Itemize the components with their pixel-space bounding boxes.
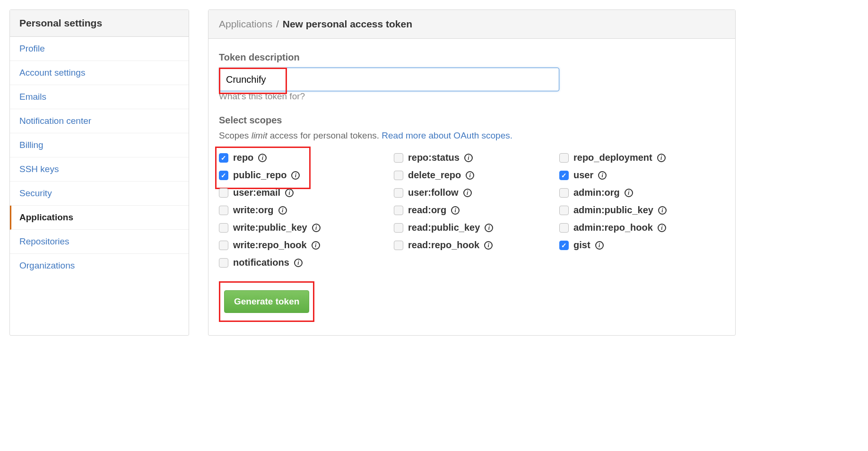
breadcrumb: Applications / New personal access token xyxy=(208,10,735,39)
info-icon[interactable]: i xyxy=(485,224,493,232)
sidebar-item-billing[interactable]: Billing xyxy=(10,133,189,157)
scope-label: notifications xyxy=(233,257,289,268)
scope-checkbox-repo[interactable] xyxy=(219,153,228,163)
scope-checkbox-read-repo-hook[interactable] xyxy=(394,241,403,250)
scope-read-public-key: read:public_keyi xyxy=(394,222,559,233)
info-icon[interactable]: i xyxy=(291,171,300,180)
sidebar-item-ssh-keys[interactable]: SSH keys xyxy=(10,157,189,182)
info-icon[interactable]: i xyxy=(658,206,667,215)
info-icon[interactable]: i xyxy=(598,171,607,180)
scope-checkbox-admin-repo-hook[interactable] xyxy=(559,223,569,233)
scope-checkbox-user-email[interactable] xyxy=(219,188,228,198)
scope-checkbox-notifications[interactable] xyxy=(219,258,228,268)
oauth-scopes-link[interactable]: Read more about OAuth scopes. xyxy=(382,130,512,140)
scope-checkbox-user[interactable] xyxy=(559,171,569,180)
sidebar-item-security[interactable]: Security xyxy=(10,182,189,206)
info-icon[interactable]: i xyxy=(658,224,666,232)
sidebar-item-notification-center[interactable]: Notification center xyxy=(10,109,189,133)
sidebar-item-applications[interactable]: Applications xyxy=(10,206,189,230)
scope-label: gist xyxy=(573,240,590,251)
scope-label: user xyxy=(573,170,593,181)
info-icon[interactable]: i xyxy=(466,171,474,180)
scope-read-repo-hook: read:repo_hooki xyxy=(394,240,559,251)
scope-repo-status: repo:statusi xyxy=(394,152,559,163)
scope-label: repo_deployment xyxy=(573,152,652,163)
sidebar-item-account-settings[interactable]: Account settings xyxy=(10,61,189,85)
scope-read-org: read:orgi xyxy=(394,205,559,216)
scope-checkbox-admin-public-key[interactable] xyxy=(559,206,569,215)
info-icon[interactable]: i xyxy=(484,241,493,250)
scope-checkbox-delete-repo[interactable] xyxy=(394,171,403,180)
scope-write-org: write:orgi xyxy=(219,205,394,216)
scope-checkbox-write-public-key[interactable] xyxy=(219,223,228,233)
scope-checkbox-repo-deployment[interactable] xyxy=(559,153,569,163)
scope-checkbox-repo-status[interactable] xyxy=(394,153,403,163)
info-icon[interactable]: i xyxy=(463,189,472,197)
scope-label: repo xyxy=(233,152,253,163)
scope-admin-public-key: admin:public_keyi xyxy=(559,205,725,216)
sidebar-item-repositories[interactable]: Repositories xyxy=(10,230,189,254)
highlight-annotation: Generate token xyxy=(219,281,314,322)
sidebar-item-organizations[interactable]: Organizations xyxy=(10,254,189,278)
scope-write-repo-hook: write:repo_hooki xyxy=(219,240,394,251)
info-icon[interactable]: i xyxy=(595,241,604,250)
token-description-input[interactable] xyxy=(219,68,559,91)
scope-checkbox-public-repo[interactable] xyxy=(219,171,228,180)
scope-label: admin:repo_hook xyxy=(573,222,653,233)
info-icon[interactable]: i xyxy=(464,154,473,162)
scope-checkbox-gist[interactable] xyxy=(559,241,569,250)
scope-gist: gisti xyxy=(559,240,725,251)
info-icon[interactable]: i xyxy=(278,206,287,215)
scope-write-public-key: write:public_keyi xyxy=(219,222,394,233)
scope-label: admin:public_key xyxy=(573,205,653,216)
info-icon[interactable]: i xyxy=(312,224,321,232)
scope-admin-org: admin:orgi xyxy=(559,187,725,198)
breadcrumb-separator: / xyxy=(276,18,279,29)
sidebar: Personal settings ProfileAccount setting… xyxy=(9,9,189,336)
scope-label: delete_repo xyxy=(408,170,461,181)
scope-label: repo:status xyxy=(408,152,460,163)
scope-label: admin:org xyxy=(573,187,620,198)
select-scopes-label: Select scopes xyxy=(219,115,725,126)
scope-admin-repo-hook: admin:repo_hooki xyxy=(559,222,725,233)
token-description-label: Token description xyxy=(219,52,725,63)
token-help-text: What's this token for? xyxy=(219,91,725,102)
scope-user: useri xyxy=(559,170,725,181)
scope-label: write:org xyxy=(233,205,274,216)
scope-repo-deployment: repo_deploymenti xyxy=(559,152,725,163)
info-icon[interactable]: i xyxy=(294,259,303,267)
info-icon[interactable]: i xyxy=(312,241,320,250)
scope-delete-repo: delete_repoi xyxy=(394,170,559,181)
scope-checkbox-user-follow[interactable] xyxy=(394,188,403,198)
scope-user-follow: user:followi xyxy=(394,187,559,198)
scope-public-repo: public_repoi xyxy=(219,170,394,181)
scope-label: public_repo xyxy=(233,170,286,181)
info-icon[interactable]: i xyxy=(258,154,267,162)
breadcrumb-parent[interactable]: Applications xyxy=(219,18,272,29)
scope-checkbox-write-repo-hook[interactable] xyxy=(219,241,228,250)
scope-checkbox-write-org[interactable] xyxy=(219,206,228,215)
scope-label: write:public_key xyxy=(233,222,307,233)
info-icon[interactable]: i xyxy=(625,189,633,197)
info-icon[interactable]: i xyxy=(657,154,666,162)
scope-notifications: notificationsi xyxy=(219,257,394,268)
sidebar-item-profile[interactable]: Profile xyxy=(10,37,189,61)
sidebar-header: Personal settings xyxy=(10,10,189,37)
info-icon[interactable]: i xyxy=(451,206,460,215)
scope-label: user:email xyxy=(233,187,280,198)
scope-checkbox-admin-org[interactable] xyxy=(559,188,569,198)
scope-label: write:repo_hook xyxy=(233,240,307,251)
scope-checkbox-read-org[interactable] xyxy=(394,206,403,215)
scope-repo: repoi xyxy=(219,152,394,163)
scope-user-email: user:emaili xyxy=(219,187,394,198)
breadcrumb-current: New personal access token xyxy=(283,18,412,29)
info-icon[interactable]: i xyxy=(285,189,294,197)
scope-label: read:org xyxy=(408,205,446,216)
scopes-description: Scopes limit access for personal tokens.… xyxy=(219,130,725,141)
generate-token-button[interactable]: Generate token xyxy=(224,290,309,313)
sidebar-item-emails[interactable]: Emails xyxy=(10,85,189,109)
scope-label: read:public_key xyxy=(408,222,480,233)
scope-checkbox-read-public-key[interactable] xyxy=(394,223,403,233)
main-panel: Applications / New personal access token… xyxy=(208,9,736,336)
scope-label: read:repo_hook xyxy=(408,240,479,251)
